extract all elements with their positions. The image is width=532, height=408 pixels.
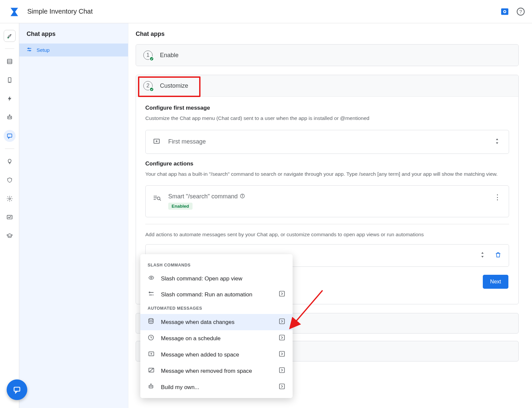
appsheet-logo-icon [9,7,19,17]
svg-point-36 [242,195,242,195]
first-message-tile[interactable]: First message [145,130,509,154]
menu-group-label: AUTOMATED MESSAGES [140,303,293,314]
svg-rect-61 [14,387,20,391]
enter-icon [279,383,285,391]
app-header: Simple Inventory Chat ? [0,0,532,23]
svg-rect-7 [7,59,12,63]
rail-monitor-icon[interactable] [4,211,16,223]
rail-list-icon[interactable] [4,55,16,67]
kebab-icon[interactable]: ⋮ [493,193,501,202]
actions-section-desc: Your chat app has a built-in "/search" c… [145,170,509,178]
svg-point-58 [152,386,152,387]
svg-point-6 [8,37,9,39]
search-command-tile[interactable]: Smart "/search" command Enabled ⋮ [145,185,509,217]
rail-lightbulb-icon[interactable] [4,155,16,167]
rail-rocket-icon[interactable] [4,30,16,42]
enter-icon [279,367,285,375]
menu-item-build-own[interactable]: Build my own... [140,379,293,395]
card-plus-icon [153,138,160,146]
check-icon [149,56,154,61]
expand-icon[interactable] [478,251,487,260]
app-title: Simple Inventory Chat [27,8,93,15]
step-1-title: Enable [160,52,179,59]
svg-rect-44 [280,319,285,324]
sidebar-item-label: Setup [37,47,50,53]
first-message-tile-label: First message [168,138,206,145]
eye-icon [148,275,155,282]
info-icon[interactable] [240,193,245,200]
svg-rect-53 [280,368,285,373]
rail-shield-icon[interactable] [4,174,16,186]
svg-point-18 [9,198,10,200]
svg-point-24 [150,57,153,60]
rail-chat-icon[interactable] [4,130,16,142]
svg-rect-42 [280,291,285,296]
svg-point-15 [8,117,9,118]
menu-group-label: SLASH COMMANDS [140,259,293,271]
svg-point-32 [157,197,160,200]
svg-rect-46 [280,335,285,340]
svg-point-21 [28,48,29,49]
svg-point-57 [150,386,151,387]
first-message-section-desc: Customize the Chat app menu (Chat card) … [145,115,509,122]
sidebar-item-setup[interactable]: Setup [19,44,128,56]
icon-rail [0,23,19,408]
help-icon[interactable]: ? [516,7,525,16]
step-2-title: Customize [160,82,188,89]
svg-text:?: ? [519,9,522,14]
svg-rect-59 [280,384,285,389]
enter-icon [279,318,285,326]
step-2-badge: 2 [143,81,153,90]
menu-item-removed-space[interactable]: Message when removed from space [140,363,293,379]
main-title: Chat apps [136,29,519,44]
card-remove-icon [148,367,155,375]
delete-icon[interactable] [495,252,501,259]
next-button[interactable]: Next [483,275,508,289]
svg-point-38 [149,292,150,293]
svg-point-43 [149,319,153,320]
action-type-menu: SLASH COMMANDS Slash command: Open app v… [140,254,293,398]
svg-rect-50 [280,352,285,357]
rail-gear-icon[interactable] [4,193,16,205]
sidebar-title: Chat apps [19,29,128,44]
menu-item-open-view[interactable]: Slash command: Open app view [140,271,293,286]
tune-icon [27,47,32,53]
chat-fab[interactable] [7,379,27,400]
menu-item-run-automation[interactable]: Slash command: Run an automation [140,286,293,303]
rail-phone-icon[interactable] [4,74,16,86]
step-1-badge: 1 [143,51,153,60]
svg-point-37 [151,277,152,279]
svg-point-25 [150,88,153,91]
svg-point-14 [9,115,10,115]
card-plus-icon [148,351,155,359]
main-panel: Chat apps 1 Enable 2 [128,23,532,408]
actions-hint: Add actions to automate messages sent by… [145,231,509,238]
search-list-icon [153,193,160,203]
bot-icon [148,383,155,391]
preview-icon[interactable] [500,7,509,16]
clock-icon [148,334,155,343]
svg-point-2 [504,11,505,12]
check-icon [149,87,154,92]
svg-line-33 [160,200,161,201]
enter-icon [279,351,285,359]
first-message-section-title: Configure first message [145,105,509,111]
menu-item-data-changes[interactable]: Message when data changes [140,314,293,330]
svg-line-52 [149,368,153,372]
svg-point-16 [10,117,11,118]
enter-icon [279,290,285,299]
svg-point-23 [30,50,31,51]
rail-bot-icon[interactable] [4,111,16,123]
rail-bolt-icon[interactable] [4,93,16,105]
menu-item-schedule[interactable]: Message on a schedule [140,330,293,347]
search-command-label: Smart "/search" command [168,193,238,200]
enter-icon [279,334,285,343]
menu-item-added-space[interactable]: Message when added to space [140,347,293,363]
expand-icon[interactable] [493,138,501,146]
rail-grad-cap-icon[interactable] [4,230,16,242]
step-enable-card[interactable]: 1 Enable [136,44,519,66]
flow-icon [148,291,155,298]
enabled-badge: Enabled [168,203,193,210]
svg-point-5 [10,35,11,35]
svg-rect-17 [7,134,12,137]
